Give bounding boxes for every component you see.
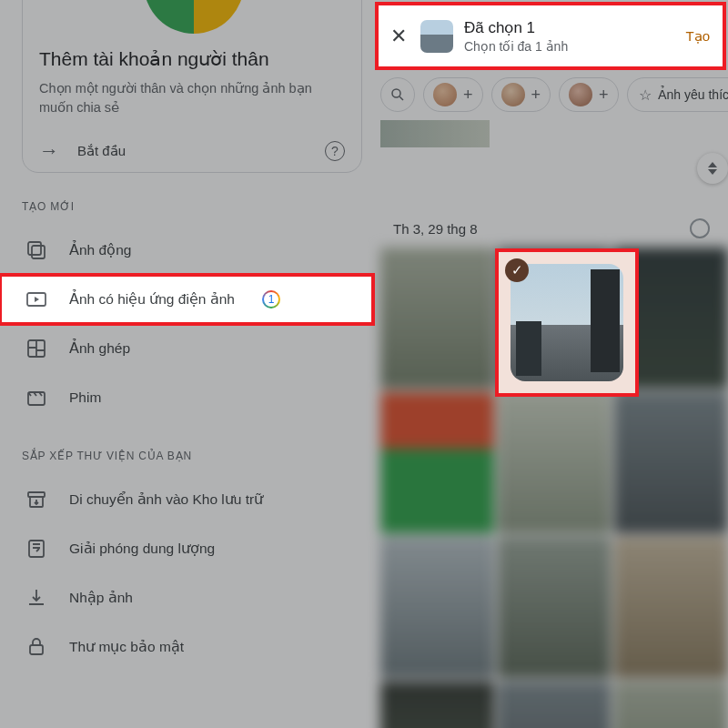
photo-thumbnail[interactable]	[380, 248, 494, 389]
menu-label: Thư mục bảo mật	[69, 639, 184, 655]
menu-locked-folder[interactable]: Thư mục bảo mật	[22, 622, 362, 672]
cinematic-icon	[25, 288, 47, 310]
animation-icon	[25, 239, 47, 261]
photo-thumbnail[interactable]	[498, 537, 612, 678]
photo-content	[511, 264, 623, 381]
face-chip-3[interactable]: +	[559, 77, 619, 112]
check-icon: ✓	[505, 258, 529, 282]
selected-photo[interactable]: ✓	[499, 252, 635, 393]
svg-rect-1	[32, 246, 45, 258]
photo-thumbnail[interactable]	[498, 392, 612, 533]
family-card-subtitle: Chọn một người thân và chọn những ảnh bạ…	[39, 79, 345, 117]
left-panel: Thêm tài khoản người thân Chọn một người…	[0, 0, 373, 728]
search-chip[interactable]	[380, 77, 415, 112]
photo-thumbnail[interactable]	[498, 682, 612, 728]
selection-bar: ✕ Đã chọn 1 Chọn tối đa 1 ảnh Tạo	[379, 5, 723, 66]
menu-label: Nhập ảnh	[69, 590, 133, 606]
photo-thumbnail[interactable]	[380, 682, 494, 728]
face-chip-1[interactable]: +	[423, 77, 483, 112]
selection-thumbnail	[420, 20, 453, 53]
face-icon	[569, 83, 592, 106]
filter-chip-row: + + + ☆ Ảnh yêu thích	[373, 76, 728, 123]
photo-thumbnail[interactable]	[614, 392, 728, 533]
menu-collage[interactable]: Ảnh ghép	[22, 324, 362, 373]
start-button[interactable]: Bắt đầu	[77, 143, 307, 159]
family-illustration	[124, 0, 260, 41]
help-icon[interactable]: ?	[325, 141, 345, 161]
new-badge: 1	[262, 290, 280, 308]
create-button[interactable]: Tạo	[685, 28, 710, 45]
date-header-row: Th 3, 29 thg 8	[393, 218, 710, 238]
svg-point-9	[392, 89, 400, 97]
menu-label: Ảnh có hiệu ứng điện ảnh	[69, 291, 235, 308]
plus-icon: +	[599, 86, 609, 105]
photo-thumbnail[interactable]	[380, 120, 490, 147]
face-icon	[433, 83, 457, 106]
section-create-label: TẠO MỚI	[22, 200, 362, 213]
star-icon: ☆	[639, 86, 652, 104]
close-icon[interactable]: ✕	[388, 25, 410, 48]
select-all-circle[interactable]	[690, 218, 710, 238]
arrow-right-icon: →	[39, 139, 59, 163]
photo-thumbnail[interactable]	[380, 537, 494, 678]
import-icon	[25, 587, 47, 609]
face-chip-2[interactable]: +	[491, 77, 551, 112]
svg-rect-0	[28, 242, 41, 255]
menu-cinematic[interactable]: Ảnh có hiệu ứng điện ảnh 1	[0, 275, 373, 324]
face-icon	[501, 83, 525, 106]
freeup-icon	[25, 538, 47, 560]
family-card-title: Thêm tài khoản người thân	[39, 48, 345, 70]
menu-archive[interactable]: Di chuyển ảnh vào Kho lưu trữ	[22, 475, 362, 524]
collage-icon	[25, 338, 47, 359]
lock-icon	[25, 636, 47, 658]
right-panel: ✕ Đã chọn 1 Chọn tối đa 1 ảnh Tạo + + + …	[373, 0, 728, 728]
menu-label: Ảnh ghép	[69, 340, 130, 357]
menu-label: Ảnh động	[69, 242, 131, 258]
menu-import[interactable]: Nhập ảnh	[22, 573, 362, 622]
menu-label: Di chuyển ảnh vào Kho lưu trữ	[69, 491, 263, 508]
photo-thumbnail[interactable]	[380, 392, 494, 533]
chip-label: Ảnh yêu thích	[658, 87, 728, 102]
selection-title: Đã chọn 1	[464, 18, 674, 37]
favorites-chip[interactable]: ☆ Ảnh yêu thích	[627, 77, 728, 112]
archive-icon	[25, 489, 47, 511]
date-header: Th 3, 29 thg 8	[393, 221, 478, 237]
menu-label: Giải phóng dung lượng	[69, 541, 215, 557]
menu-freeup[interactable]: Giải phóng dung lượng	[22, 524, 362, 573]
photo-thumbnail[interactable]	[614, 682, 728, 728]
svg-rect-7	[29, 541, 44, 557]
menu-label: Phim	[69, 389, 101, 406]
photo-thumbnail[interactable]	[614, 537, 728, 678]
menu-animation[interactable]: Ảnh động	[22, 226, 362, 275]
svg-rect-8	[30, 645, 43, 654]
search-icon	[389, 86, 406, 103]
selection-subtitle: Chọn tối đa 1 ảnh	[464, 39, 674, 54]
menu-movie[interactable]: Phim	[22, 373, 362, 422]
section-organize-label: SẮP XẾP THƯ VIỆN CỦA BẠN	[22, 450, 362, 462]
fast-scroll-handle[interactable]	[697, 153, 728, 184]
plus-icon: +	[531, 86, 541, 105]
movie-icon	[25, 387, 47, 409]
plus-icon: +	[463, 86, 473, 105]
family-sharing-card[interactable]: Thêm tài khoản người thân Chọn một người…	[22, 0, 362, 173]
